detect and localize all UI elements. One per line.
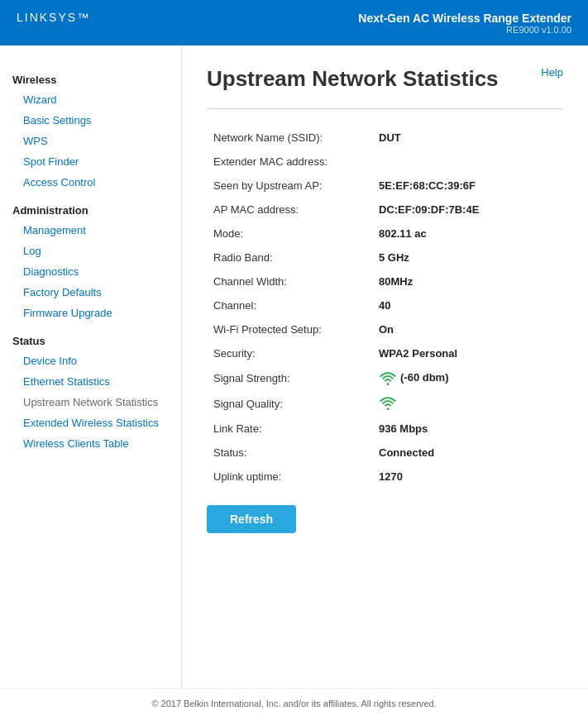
sidebar-item-wizard[interactable]: Wizard bbox=[0, 89, 181, 110]
sidebar-item-wps[interactable]: WPS bbox=[0, 131, 181, 151]
stat-value: DC:EF:09:DF:7B:4E bbox=[372, 198, 563, 222]
sidebar-item-ethernet-statistics[interactable]: Ethernet Statistics bbox=[0, 371, 181, 392]
sidebar-item-access-control[interactable]: Access Control bbox=[0, 172, 181, 193]
table-row: Channel:40 bbox=[207, 293, 563, 317]
table-row: Wi-Fi Protected Setup:On bbox=[207, 317, 563, 341]
table-row: Extender MAC address: bbox=[207, 150, 563, 174]
header-right: Next-Gen AC Wireless Range Extender RE90… bbox=[358, 12, 571, 35]
table-row: Channel Width:80MHz bbox=[207, 269, 563, 293]
stat-value: 5 GHz bbox=[372, 246, 563, 269]
table-row: Signal Quality: bbox=[207, 391, 563, 417]
sidebar: WirelessWizardBasic SettingsWPSSpot Find… bbox=[0, 45, 182, 688]
sidebar-section-wireless: Wireless bbox=[0, 67, 181, 89]
stat-label: Channel Width: bbox=[207, 269, 372, 293]
help-link[interactable]: Help bbox=[541, 66, 563, 79]
stat-label: Seen by Upstream AP: bbox=[207, 174, 372, 198]
table-row: Signal Strength: (-60 dbm) bbox=[207, 365, 563, 391]
sidebar-item-diagnostics[interactable]: Diagnostics bbox=[0, 261, 181, 282]
table-row: Network Name (SSID):DUT bbox=[207, 126, 563, 150]
sidebar-section-status: Status bbox=[0, 328, 181, 351]
table-row: Mode:802.11 ac bbox=[207, 222, 563, 246]
stat-value bbox=[372, 150, 563, 174]
sidebar-item-extended-wireless-statistics[interactable]: Extended Wireless Statistics bbox=[0, 413, 181, 433]
wifi-icon bbox=[379, 397, 397, 411]
sidebar-item-factory-defaults[interactable]: Factory Defaults bbox=[0, 282, 181, 303]
stat-value: 40 bbox=[372, 293, 563, 317]
stat-label: Mode: bbox=[207, 222, 372, 246]
signal-strength-value: (-60 dbm) bbox=[400, 371, 449, 384]
stat-value bbox=[372, 391, 563, 417]
stat-label: Network Name (SSID): bbox=[207, 126, 372, 150]
stat-label: Uplink uptime: bbox=[207, 465, 372, 489]
stat-value: WPA2 Personal bbox=[372, 341, 563, 365]
trademark: ™ bbox=[77, 11, 90, 24]
table-row: Seen by Upstream AP:5E:EF:68:CC:39:6F bbox=[207, 174, 563, 198]
stat-value: 5E:EF:68:CC:39:6F bbox=[372, 174, 563, 198]
sidebar-item-device-info[interactable]: Device Info bbox=[0, 351, 181, 371]
logo: LINKSYS™ bbox=[17, 10, 90, 36]
stat-label: Link Rate: bbox=[207, 417, 372, 441]
table-row: Link Rate:936 Mbps bbox=[207, 417, 563, 441]
stat-value: Connected bbox=[372, 441, 563, 465]
sidebar-item-basic-settings[interactable]: Basic Settings bbox=[0, 110, 181, 131]
sidebar-item-spot-finder[interactable]: Spot Finder bbox=[0, 151, 181, 172]
table-row: Uplink uptime:1270 bbox=[207, 465, 563, 489]
sidebar-item-log[interactable]: Log bbox=[0, 241, 181, 261]
sidebar-section-administration: Administration bbox=[0, 198, 181, 220]
stat-value: 802.11 ac bbox=[372, 222, 563, 246]
stat-value: 1270 bbox=[372, 465, 563, 489]
stat-label: Wi-Fi Protected Setup: bbox=[207, 317, 372, 341]
stat-label: Status: bbox=[207, 441, 372, 465]
stat-label: Radio Band: bbox=[207, 246, 372, 269]
stat-label: Extender MAC address: bbox=[207, 150, 372, 174]
product-name: Next-Gen AC Wireless Range Extender bbox=[358, 12, 571, 25]
sidebar-item-wireless-clients-table[interactable]: Wireless Clients Table bbox=[0, 433, 181, 454]
page-title: Upstream Network Statistics bbox=[207, 66, 563, 92]
refresh-button[interactable]: Refresh bbox=[207, 505, 296, 533]
header: LINKSYS™ Next-Gen AC Wireless Range Exte… bbox=[0, 0, 588, 45]
product-model: RE9000 v1.0.00 bbox=[358, 25, 571, 35]
stat-value: (-60 dbm) bbox=[372, 365, 563, 391]
stat-value: 936 Mbps bbox=[372, 417, 563, 441]
stat-label: Signal Strength: bbox=[207, 365, 372, 391]
table-row: Security:WPA2 Personal bbox=[207, 341, 563, 365]
table-row: Radio Band:5 GHz bbox=[207, 246, 563, 269]
divider bbox=[207, 108, 563, 109]
table-row: Status:Connected bbox=[207, 441, 563, 465]
sidebar-item-management[interactable]: Management bbox=[0, 220, 181, 241]
wifi-icon bbox=[379, 372, 397, 386]
layout: WirelessWizardBasic SettingsWPSSpot Find… bbox=[0, 45, 588, 688]
stat-value: DUT bbox=[372, 126, 563, 150]
stat-label: AP MAC address: bbox=[207, 198, 372, 222]
sidebar-item-firmware-upgrade[interactable]: Firmware Upgrade bbox=[0, 303, 181, 323]
stat-label: Channel: bbox=[207, 293, 372, 317]
stat-label: Security: bbox=[207, 341, 372, 365]
footer-text: © 2017 Belkin International, Inc. and/or… bbox=[151, 699, 436, 708]
table-row: AP MAC address:DC:EF:09:DF:7B:4E bbox=[207, 198, 563, 222]
stats-table: Network Name (SSID):DUTExtender MAC addr… bbox=[207, 126, 563, 489]
main-content: Help Upstream Network Statistics Network… bbox=[182, 45, 588, 688]
stat-value: On bbox=[372, 317, 563, 341]
sidebar-item-upstream-network-statistics: Upstream Network Statistics bbox=[0, 392, 181, 413]
footer: © 2017 Belkin International, Inc. and/or… bbox=[0, 688, 588, 718]
logo-text: LINKSYS bbox=[17, 11, 77, 24]
stat-label: Signal Quality: bbox=[207, 391, 372, 417]
stat-value: 80MHz bbox=[372, 269, 563, 293]
